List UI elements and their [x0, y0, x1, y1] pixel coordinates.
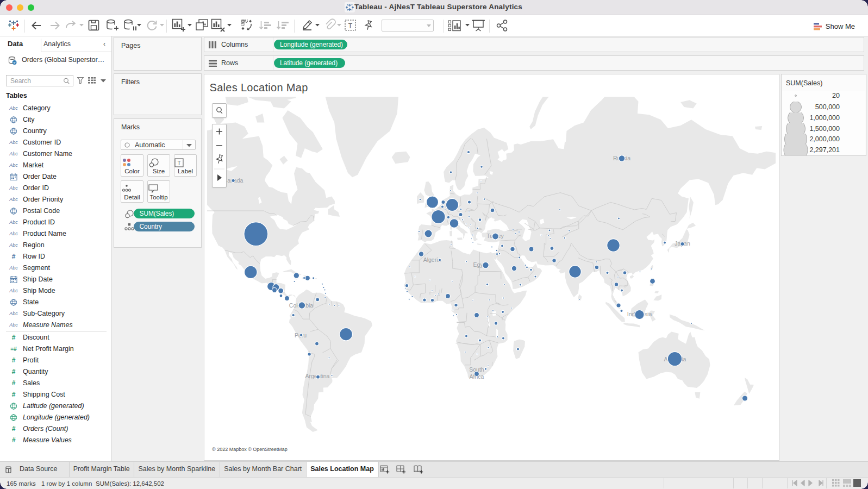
svg-text:T: T: [177, 160, 180, 166]
svg-text:T: T: [348, 22, 353, 30]
svg-text:© 2022 Mapbox © OpenStreetMap: © 2022 Mapbox © OpenStreetMap: [212, 447, 288, 452]
